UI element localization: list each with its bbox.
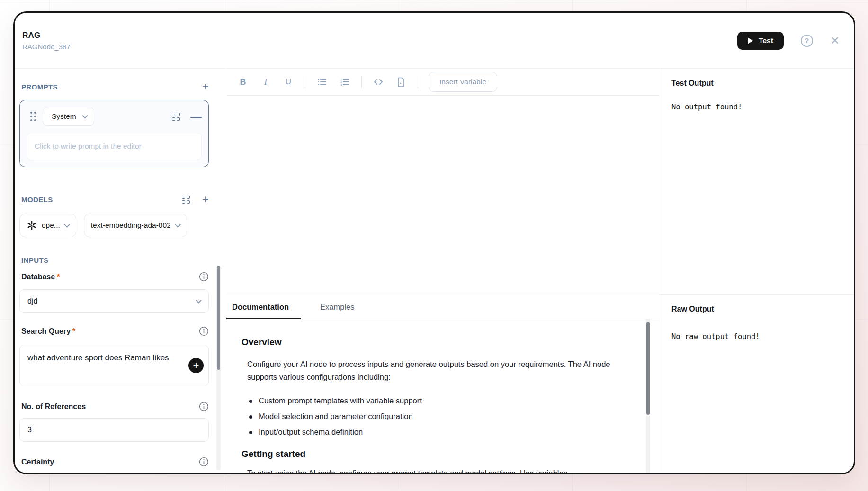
code-button[interactable] bbox=[368, 72, 388, 91]
inputs-heading: INPUTS bbox=[21, 256, 48, 264]
feature-list: Custom prompt templates with variable su… bbox=[248, 396, 622, 437]
expand-grid-icon[interactable] bbox=[172, 113, 180, 121]
tab-documentation[interactable]: Documentation bbox=[226, 295, 308, 319]
header-actions: Test ? ✕ bbox=[737, 32, 840, 50]
left-panel-scrollbar-thumb[interactable] bbox=[217, 266, 220, 370]
rag-node-modal: RAG RAGNode_387 Test ? ✕ PROMPTS + bbox=[13, 11, 855, 474]
editor-panel: B I U 123 Insert Variable bbox=[226, 69, 660, 473]
search-query-label: Search Query* bbox=[21, 327, 75, 336]
overview-heading: Overview bbox=[242, 337, 622, 348]
config-panel-inner: PROMPTS + System — bbox=[15, 81, 226, 473]
raw-output-section: Raw Output No raw output found! bbox=[660, 295, 854, 351]
references-field[interactable]: 3 bbox=[19, 418, 209, 442]
models-grid-icon[interactable] bbox=[182, 196, 190, 204]
code-file-button[interactable] bbox=[391, 72, 411, 91]
node-title: RAG bbox=[22, 31, 71, 40]
editor-toolbar: B I U 123 Insert Variable bbox=[226, 69, 660, 96]
output-panel: Test Output No output found! Raw Output … bbox=[660, 69, 854, 473]
raw-output-heading: Raw Output bbox=[671, 305, 842, 313]
certainty-label-row: Certainty bbox=[19, 457, 209, 467]
modal-header: RAG RAGNode_387 Test ? ✕ bbox=[15, 13, 854, 69]
test-output-text: No output found! bbox=[671, 103, 842, 111]
getting-started-paragraph: To start using the AI node, configure yo… bbox=[247, 467, 622, 473]
italic-button[interactable]: I bbox=[256, 72, 276, 91]
left-panel-scrollbar[interactable] bbox=[216, 266, 221, 470]
openai-logo-icon bbox=[27, 220, 37, 231]
models-row: ope... text-embedding-ada-002 bbox=[19, 214, 209, 237]
chevron-down-icon bbox=[196, 297, 202, 304]
references-value: 3 bbox=[27, 426, 32, 434]
info-icon[interactable] bbox=[199, 326, 209, 336]
models-heading: MODELS bbox=[21, 196, 53, 204]
info-icon[interactable] bbox=[199, 402, 209, 411]
drag-handle-icon[interactable] bbox=[30, 112, 36, 121]
prompt-card-toolbar: System — bbox=[27, 107, 202, 126]
docs-content: Overview Configure your AI node to proce… bbox=[226, 319, 660, 473]
required-asterisk: * bbox=[57, 273, 60, 281]
inputs-section-header: INPUTS bbox=[19, 256, 209, 264]
list-item: Model selection and parameter configurat… bbox=[248, 412, 622, 421]
svg-text:3: 3 bbox=[340, 83, 342, 86]
provider-select[interactable]: ope... bbox=[19, 214, 76, 237]
search-query-value: what adventure sport does Raman likes bbox=[27, 353, 169, 362]
info-icon[interactable] bbox=[199, 457, 209, 467]
toolbar-divider bbox=[361, 76, 362, 88]
certainty-label: Certainty bbox=[21, 458, 54, 466]
raw-output-text: No raw output found! bbox=[671, 332, 842, 341]
underline-button[interactable]: U bbox=[278, 72, 298, 91]
references-label: No. of References bbox=[21, 402, 86, 411]
ordered-list-button[interactable]: 123 bbox=[335, 72, 355, 91]
add-prompt-button[interactable]: + bbox=[202, 81, 209, 92]
list-item: Custom prompt templates with variable su… bbox=[248, 396, 622, 405]
play-icon bbox=[748, 37, 753, 44]
models-section-header: MODELS + bbox=[19, 194, 209, 205]
docs-tab-bar: Documentation Examples bbox=[226, 295, 660, 319]
list-item: Input/output schema definition bbox=[248, 428, 622, 437]
test-button-label: Test bbox=[759, 36, 773, 45]
references-label-row: No. of References bbox=[19, 402, 209, 411]
test-button[interactable]: Test bbox=[737, 32, 784, 50]
chevron-down-icon bbox=[64, 222, 70, 228]
chevron-down-icon bbox=[175, 222, 181, 228]
help-icon[interactable]: ? bbox=[801, 35, 813, 47]
database-label: Database* bbox=[21, 273, 60, 281]
info-icon[interactable] bbox=[199, 272, 209, 282]
toolbar-divider bbox=[305, 76, 305, 88]
config-panel: PROMPTS + System — bbox=[15, 69, 226, 473]
node-id: RAGNode_387 bbox=[22, 43, 71, 51]
prompt-editor-area[interactable] bbox=[226, 96, 660, 295]
provider-value: ope... bbox=[42, 221, 60, 230]
database-label-row: Database* bbox=[19, 272, 209, 282]
prompt-editor-placeholder[interactable]: Click to write prompt in the editor bbox=[27, 133, 202, 160]
title-block: RAG RAGNode_387 bbox=[22, 31, 71, 51]
database-value: djd bbox=[27, 297, 37, 305]
toolbar-divider bbox=[418, 76, 418, 88]
getting-started-heading: Getting started bbox=[242, 449, 622, 459]
remove-prompt-icon[interactable]: — bbox=[190, 113, 202, 120]
docs-scrollbar[interactable] bbox=[646, 319, 650, 473]
prompt-card-actions: — bbox=[172, 113, 202, 121]
overview-paragraph: Configure your AI node to process inputs… bbox=[247, 358, 622, 383]
model-select[interactable]: text-embedding-ada-002 bbox=[84, 214, 187, 237]
close-icon[interactable]: ✕ bbox=[830, 35, 840, 46]
prompt-card: System — Click to write prompt in the ed… bbox=[19, 100, 209, 167]
prompts-section-header: PROMPTS + bbox=[19, 81, 209, 92]
add-model-button[interactable]: + bbox=[202, 194, 209, 205]
add-variable-button[interactable]: + bbox=[188, 358, 204, 373]
search-query-field[interactable]: what adventure sport does Raman likes + bbox=[19, 345, 209, 386]
bullet-list-button[interactable] bbox=[312, 72, 332, 91]
chevron-down-icon bbox=[82, 113, 88, 119]
model-value: text-embedding-ada-002 bbox=[91, 221, 171, 230]
prompt-role-value: System bbox=[52, 112, 76, 121]
bold-button[interactable]: B bbox=[233, 72, 253, 91]
insert-variable-button[interactable]: Insert Variable bbox=[429, 72, 497, 92]
tab-examples[interactable]: Examples bbox=[308, 295, 367, 319]
required-asterisk: * bbox=[72, 327, 75, 335]
search-query-label-row: Search Query* bbox=[19, 326, 209, 336]
prompt-role-select[interactable]: System bbox=[43, 107, 94, 126]
modal-body: PROMPTS + System — bbox=[15, 69, 854, 473]
docs-scrollbar-thumb[interactable] bbox=[646, 322, 650, 415]
prompts-heading: PROMPTS bbox=[21, 83, 58, 91]
test-output-heading: Test Output bbox=[671, 79, 842, 88]
database-select[interactable]: djd bbox=[19, 289, 209, 313]
